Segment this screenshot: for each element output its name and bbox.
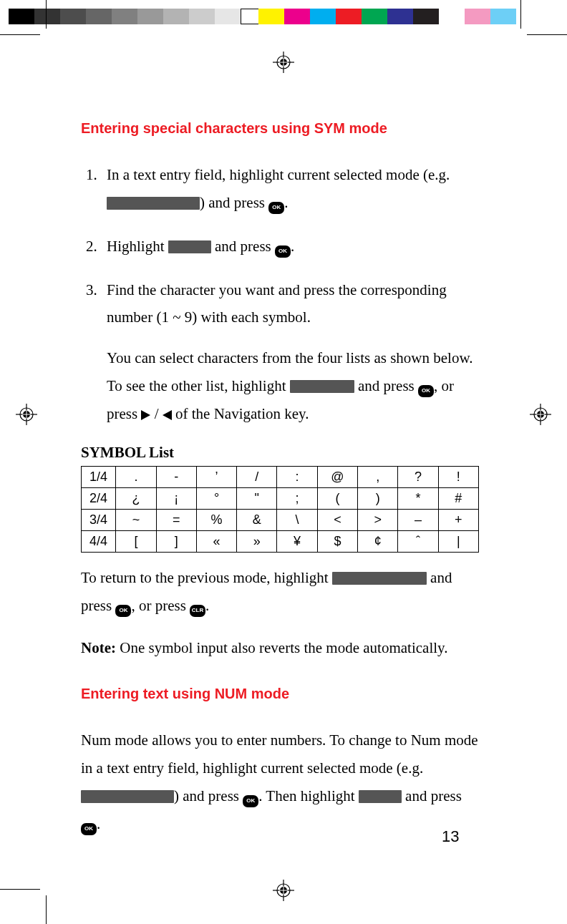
table-row: 4/4[]«»¥$¢ˆ| bbox=[82, 530, 479, 552]
symbol-cell: – bbox=[398, 509, 438, 530]
ok-button-icon: OK bbox=[275, 245, 291, 258]
symbol-cell: ’ bbox=[196, 466, 236, 487]
symbol-table: 1/4.-’/:@,?!2/4¿¡°";()*#3/4~=%&\<>–+4/4[… bbox=[81, 466, 479, 553]
text: Num mode allows you to enter numbers. To… bbox=[81, 731, 478, 777]
step-text: Find the character you want and press th… bbox=[107, 276, 479, 332]
step-3: Find the character you want and press th… bbox=[101, 276, 479, 428]
symbol-cell: ! bbox=[438, 466, 478, 487]
step-text: . bbox=[284, 194, 288, 211]
symbol-cell: = bbox=[156, 509, 196, 530]
symbol-cell: ] bbox=[156, 530, 196, 552]
symbol-cell: | bbox=[438, 530, 478, 552]
mode-indicator-icon bbox=[81, 790, 174, 803]
page-number: 13 bbox=[442, 827, 459, 846]
symbol-cell: : bbox=[277, 466, 317, 487]
symbol-cell: * bbox=[398, 487, 438, 509]
symbol-cell: . bbox=[116, 466, 156, 487]
step-1: In a text entry field, highlight current… bbox=[101, 161, 479, 217]
clr-button-icon: CLR bbox=[190, 605, 205, 617]
symbol-cell: ° bbox=[196, 487, 236, 509]
step-text: In a text entry field, highlight current… bbox=[107, 166, 450, 183]
step-text: Highlight bbox=[107, 238, 168, 255]
page-content: Entering special characters using SYM mo… bbox=[81, 120, 479, 838]
crop-mark bbox=[46, 0, 47, 29]
nav-left-icon bbox=[163, 410, 172, 420]
register-mark-icon bbox=[273, 880, 294, 901]
previous-mode-option-icon bbox=[332, 572, 427, 585]
text: . bbox=[205, 597, 209, 614]
symbol-cell: ¥ bbox=[277, 530, 317, 552]
ok-button-icon: OK bbox=[115, 605, 131, 617]
ok-button-icon: OK bbox=[268, 202, 284, 214]
register-mark-icon bbox=[530, 404, 551, 425]
mode-indicator-icon bbox=[107, 197, 200, 210]
table-row: 3/4~=%&\<>–+ bbox=[82, 509, 479, 530]
note-label: Note: bbox=[81, 639, 116, 656]
step-text: / bbox=[150, 405, 162, 422]
ok-button-icon: OK bbox=[243, 795, 258, 807]
symbol-cell: ¿ bbox=[116, 487, 156, 509]
symbol-cell: < bbox=[317, 509, 357, 530]
symbol-cell: / bbox=[237, 466, 277, 487]
section-heading-sym: Entering special characters using SYM mo… bbox=[81, 120, 479, 137]
symbol-cell: # bbox=[438, 487, 478, 509]
register-mark-icon bbox=[273, 52, 294, 73]
symbol-cell: ( bbox=[317, 487, 357, 509]
sym-option-icon bbox=[168, 240, 211, 253]
return-instruction: To return to the previous mode, highligh… bbox=[81, 564, 479, 620]
symbol-cell: ¡ bbox=[156, 487, 196, 509]
symbol-cell: [ bbox=[116, 530, 156, 552]
row-label: 4/4 bbox=[82, 530, 116, 552]
row-label: 1/4 bbox=[82, 466, 116, 487]
symbol-cell: $ bbox=[317, 530, 357, 552]
symbol-cell: - bbox=[156, 466, 196, 487]
nav-right-icon bbox=[141, 410, 150, 420]
symbol-list-heading: SYMBOL List bbox=[81, 444, 479, 462]
step-text: . bbox=[291, 238, 294, 255]
text: . bbox=[97, 815, 100, 832]
symbol-cell: + bbox=[438, 509, 478, 530]
text: , or press bbox=[131, 597, 190, 614]
step-text: and press bbox=[354, 377, 418, 394]
crop-mark bbox=[46, 895, 47, 924]
symbol-cell: \ bbox=[277, 509, 317, 530]
text: To return to the previous mode, highligh… bbox=[81, 569, 332, 586]
symbol-cell: " bbox=[237, 487, 277, 509]
symbol-cell: @ bbox=[317, 466, 357, 487]
step-text: and press bbox=[211, 238, 275, 255]
next-page-option-icon bbox=[290, 380, 354, 393]
step-text: of the Navigation key. bbox=[172, 405, 309, 422]
register-mark-icon bbox=[16, 404, 37, 425]
text: ) and press bbox=[174, 787, 243, 804]
num-mode-instruction: Num mode allows you to enter numbers. To… bbox=[81, 726, 479, 837]
symbol-cell: ) bbox=[358, 487, 398, 509]
symbol-cell: , bbox=[358, 466, 398, 487]
cmyk-colorbar bbox=[258, 9, 516, 24]
ok-button-icon: OK bbox=[418, 385, 434, 397]
grayscale-colorbar bbox=[9, 9, 266, 24]
symbol-cell: ? bbox=[398, 466, 438, 487]
symbol-cell: & bbox=[237, 509, 277, 530]
steps-list: In a text entry field, highlight current… bbox=[81, 161, 479, 428]
crop-mark bbox=[0, 34, 40, 35]
table-row: 1/4.-’/:@,?! bbox=[82, 466, 479, 487]
text: . Then highlight bbox=[258, 787, 359, 804]
crop-mark bbox=[527, 34, 567, 35]
ok-button-icon: OK bbox=[81, 823, 97, 835]
symbol-cell: ˆ bbox=[398, 530, 438, 552]
row-label: 2/4 bbox=[82, 487, 116, 509]
symbol-cell: ~ bbox=[116, 509, 156, 530]
text: and press bbox=[402, 787, 462, 804]
step-2: Highlight and press OK. bbox=[101, 233, 479, 261]
crop-mark bbox=[520, 0, 521, 29]
table-row: 2/4¿¡°";()*# bbox=[82, 487, 479, 509]
symbol-cell: ; bbox=[277, 487, 317, 509]
symbol-cell: > bbox=[358, 509, 398, 530]
symbol-cell: « bbox=[196, 530, 236, 552]
step-text: ) and press bbox=[200, 194, 268, 211]
symbol-cell: » bbox=[237, 530, 277, 552]
note-text: One symbol input also reverts the mode a… bbox=[116, 639, 447, 656]
note: Note: One symbol input also reverts the … bbox=[81, 639, 479, 657]
section-heading-num: Entering text using NUM mode bbox=[81, 686, 479, 702]
num-option-icon bbox=[359, 790, 402, 803]
